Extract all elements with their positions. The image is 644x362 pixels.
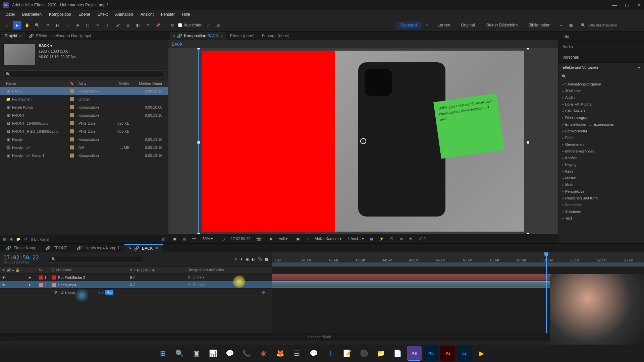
project-item[interactable]: ▣FRONT Komposition 0:00:13:16: [0, 111, 168, 119]
effects-category[interactable]: Dienstprogramm: [558, 114, 644, 121]
selection-handle-tr[interactable]: [527, 48, 529, 50]
project-settings-icon[interactable]: ⚙: [24, 237, 28, 241]
timeline-tab-back[interactable]: × 🔗 BACK ≡: [124, 244, 163, 252]
workspace-panel-icon[interactable]: ▦: [567, 21, 575, 29]
type-tool[interactable]: T: [103, 21, 112, 29]
new-comp-icon[interactable]: ▣: [9, 237, 13, 241]
shape-tool[interactable]: ▢: [83, 21, 92, 29]
toolbar-gear-icon[interactable]: ⚙: [168, 21, 177, 29]
bit-depth[interactable]: 8-Bit-Kanal: [31, 237, 49, 241]
minimize-button[interactable]: —: [612, 2, 617, 8]
workspace-learn[interactable]: Lernen: [433, 21, 455, 29]
trash-icon[interactable]: 🗑: [162, 237, 165, 241]
effects-category[interactable]: Keys: [558, 168, 644, 175]
transparency-grid-icon[interactable]: ▦: [180, 236, 188, 242]
exposure-value[interactable]: +0,0: [416, 236, 428, 241]
selection-handle-mr[interactable]: [527, 141, 529, 144]
camera-dropdown[interactable]: Aktive Kamera ▾: [313, 236, 344, 242]
draft-3d-icon[interactable]: ✦: [240, 257, 243, 261]
effects-category[interactable]: Audio: [558, 94, 644, 101]
effects-category[interactable]: Maske: [558, 175, 644, 181]
start-button[interactable]: ⊞: [155, 346, 170, 361]
taskbar-facebook[interactable]: f: [323, 346, 338, 361]
expand-icon[interactable]: ▸: [29, 275, 31, 279]
label-color[interactable]: [70, 154, 74, 158]
taskbar-after-effects[interactable]: Ae: [407, 346, 422, 361]
effects-category[interactable]: Rauschen und Korn: [558, 195, 644, 201]
taskbar-explorer[interactable]: 📊: [206, 346, 220, 361]
taskbar-file-explorer[interactable]: 📁: [373, 346, 388, 361]
brainstorm-icon[interactable]: ▦: [265, 257, 268, 261]
effects-category[interactable]: Simulation: [558, 201, 644, 208]
comp-mini-flowchart-icon[interactable]: ↯: [234, 257, 237, 261]
close-icon[interactable]: ×: [129, 246, 131, 251]
taskbar-app-dark[interactable]: ☰: [289, 346, 304, 361]
roto-tool[interactable]: ⟳: [144, 21, 152, 29]
rotation-value-input[interactable]: +5: [105, 290, 114, 295]
home-tool[interactable]: ⌂: [3, 21, 11, 29]
effects-category[interactable]: Perspektive: [558, 188, 644, 195]
composition-viewport[interactable]: Dafür gibt's von mir 5 Sterne und einen …: [168, 48, 558, 234]
effects-category[interactable]: Fehlt: [558, 134, 644, 141]
resolution-dropdown[interactable]: Voll ▾: [277, 236, 290, 242]
workspace-original[interactable]: Original: [456, 21, 479, 29]
effects-category[interactable]: CINEMA 4D: [558, 108, 644, 114]
hand-tool[interactable]: ✋: [23, 21, 32, 29]
menu-edit[interactable]: Bearbeiten: [19, 11, 45, 18]
parent-dropdown[interactable]: Ohne ▾: [193, 275, 205, 280]
label-color[interactable]: [70, 113, 74, 117]
tab-composition[interactable]: × 🔗 Komposition BACK ≡: [170, 32, 226, 40]
menu-animation[interactable]: Animation: [112, 11, 136, 18]
effects-category[interactable]: Boris FX Mocha: [558, 101, 644, 108]
selection-handle-bl[interactable]: [197, 233, 200, 234]
menu-file[interactable]: Datei: [2, 11, 18, 18]
tab-layer[interactable]: Ebene (ohne): [227, 32, 258, 40]
snapshot-icon[interactable]: 📷: [254, 236, 263, 242]
close-icon[interactable]: ×: [173, 34, 175, 38]
taskbar-photoshop[interactable]: Ps: [424, 346, 438, 361]
taskbar-app-yellow[interactable]: ▶: [474, 346, 489, 361]
panel-effects-presets[interactable]: Effekte und Vorgaben ≡: [558, 63, 644, 72]
parent-pickwhip-icon[interactable]: ⊚: [262, 290, 265, 295]
comp-breadcrumb[interactable]: BACK: [168, 40, 558, 48]
timeline-ruler[interactable]: :14f41:14f42:14f43:14f44:14f45:14f46:14f…: [272, 252, 644, 266]
snap-options-icon[interactable]: ⤢: [204, 21, 213, 29]
close-button[interactable]: ✕: [637, 2, 641, 8]
taskbar-search[interactable]: 🔍: [172, 346, 187, 361]
menu-layer[interactable]: Ebene: [75, 11, 94, 18]
menu-help[interactable]: Hilfe: [179, 11, 194, 18]
project-item[interactable]: 🖼FRONT_RGB_1840886.png PNG-Datei 503 KB: [0, 127, 168, 135]
workspace-libraries[interactable]: Bibliotheken: [524, 21, 555, 29]
label-color[interactable]: [70, 145, 74, 149]
viewer-timecode[interactable]: 17:02:50:22: [229, 236, 252, 241]
timeline-work-area[interactable]: [272, 262, 644, 266]
effects-category[interactable]: Matte: [558, 181, 644, 188]
eraser-tool[interactable]: ◧: [133, 21, 142, 29]
label-color[interactable]: [70, 97, 74, 101]
timeline-tab-finale-komp[interactable]: 🔗 Finale Komp: [1, 244, 41, 252]
rotation-tool[interactable]: ◐: [53, 21, 62, 29]
project-item[interactable]: ▣BACK Komposition 0:00:13:16: [0, 87, 168, 95]
roi-icon[interactable]: ▣: [294, 236, 302, 242]
frame-blend-icon[interactable]: ▣: [246, 257, 249, 261]
effects-category[interactable]: Keying: [558, 161, 644, 168]
interpret-footage-icon[interactable]: ▦: [3, 237, 6, 241]
effects-category[interactable]: Stilisieren: [558, 208, 644, 215]
selection-handle-br[interactable]: [527, 233, 529, 234]
clone-tool[interactable]: ⊞: [123, 21, 132, 29]
new-folder-icon[interactable]: 📁: [16, 237, 21, 241]
pixel-aspect-icon[interactable]: ▦: [368, 236, 375, 242]
timeline-tab-handy-komp[interactable]: 🔗 Handy.mp4 Komp 1: [72, 244, 124, 252]
effects-category[interactable]: Immersives Video: [558, 148, 644, 155]
effects-category[interactable]: Farbkorrektur: [558, 128, 644, 134]
comp-canvas[interactable]: Dafür gibt's von mir 5 Sterne und einen …: [202, 51, 524, 232]
workspace-menu-icon[interactable]: ≡: [423, 21, 432, 29]
taskbar-app-red[interactable]: ◉: [256, 346, 271, 361]
label-color[interactable]: [70, 121, 74, 125]
effects-search[interactable]: 🔍: [562, 74, 641, 79]
taskbar-messenger[interactable]: 💬: [306, 346, 321, 361]
eye-icon[interactable]: 👁: [2, 283, 6, 287]
exposure-reset-icon[interactable]: ☀: [407, 236, 414, 242]
maximize-button[interactable]: ▢: [625, 2, 629, 8]
effects-category[interactable]: Text: [558, 215, 644, 222]
